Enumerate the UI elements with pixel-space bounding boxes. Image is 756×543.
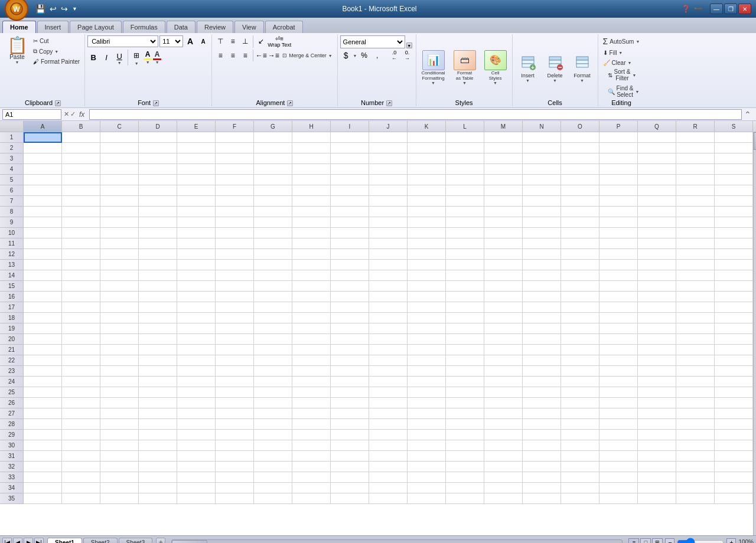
cell-Q11[interactable] (638, 238, 676, 249)
cell-D13[interactable] (139, 260, 177, 270)
cell-D25[interactable] (139, 387, 177, 398)
cell-K18[interactable] (408, 313, 446, 323)
cell-L2[interactable] (446, 143, 484, 153)
cell-O22[interactable] (561, 355, 599, 366)
angle-text-btn[interactable]: ↙ (255, 35, 267, 47)
cell-A21[interactable] (24, 345, 62, 355)
cell-A32[interactable] (24, 462, 62, 472)
row-header-25[interactable]: 25 (0, 387, 24, 398)
cell-J2[interactable] (369, 143, 408, 153)
cell-E27[interactable] (177, 408, 216, 419)
col-header-E[interactable]: E (177, 121, 216, 132)
cell-J6[interactable] (369, 185, 408, 196)
cell-D23[interactable] (139, 366, 177, 377)
cell-L15[interactable] (446, 281, 484, 292)
cell-Q22[interactable] (638, 355, 676, 366)
cell-H2[interactable] (292, 143, 331, 153)
cell-B13[interactable] (62, 260, 100, 270)
number-expand-btn[interactable]: ↗ (386, 100, 392, 106)
cell-E35[interactable] (177, 493, 216, 504)
cell-N10[interactable] (523, 228, 561, 238)
cell-F17[interactable] (216, 302, 254, 313)
cell-P18[interactable] (599, 313, 638, 323)
cell-I6[interactable] (331, 185, 369, 196)
cell-B30[interactable] (62, 440, 100, 451)
tab-data[interactable]: Data (167, 21, 195, 33)
cell-A8[interactable] (24, 207, 62, 217)
col-header-L[interactable]: L (446, 121, 484, 132)
cell-G23[interactable] (254, 366, 292, 377)
cell-H4[interactable] (292, 164, 331, 175)
cell-M31[interactable] (484, 451, 523, 462)
cell-S9[interactable] (715, 217, 753, 228)
cell-Q28[interactable] (638, 419, 676, 430)
cell-K28[interactable] (408, 419, 446, 430)
fill-button[interactable]: ⬇ Fill ▼ (601, 48, 625, 57)
cell-C27[interactable] (100, 408, 139, 419)
cell-L20[interactable] (446, 334, 484, 345)
font-size-select[interactable]: 11 (159, 35, 183, 47)
cell-J7[interactable] (369, 196, 408, 207)
paste-button[interactable]: 📋 Paste ▼ (4, 35, 31, 66)
cell-F34[interactable] (216, 483, 254, 493)
cell-J10[interactable] (369, 228, 408, 238)
cell-E28[interactable] (177, 419, 216, 430)
cell-G31[interactable] (254, 451, 292, 462)
cell-B4[interactable] (62, 164, 100, 175)
cell-P24[interactable] (599, 377, 638, 387)
h-scroll-thumb[interactable] (172, 540, 207, 544)
cell-P20[interactable] (599, 334, 638, 345)
row-header-28[interactable]: 28 (0, 419, 24, 430)
cell-E18[interactable] (177, 313, 216, 323)
cell-B11[interactable] (62, 238, 100, 249)
cell-K29[interactable] (408, 430, 446, 440)
cell-R19[interactable] (676, 323, 715, 334)
cell-A19[interactable] (24, 323, 62, 334)
cell-F24[interactable] (216, 377, 254, 387)
cell-S16[interactable] (715, 292, 753, 302)
cell-A29[interactable] (24, 430, 62, 440)
cell-L6[interactable] (446, 185, 484, 196)
cell-H31[interactable] (292, 451, 331, 462)
cell-P2[interactable] (599, 143, 638, 153)
cell-Q14[interactable] (638, 270, 676, 281)
cell-K19[interactable] (408, 323, 446, 334)
cell-P22[interactable] (599, 355, 638, 366)
cell-G30[interactable] (254, 440, 292, 451)
cell-E14[interactable] (177, 270, 216, 281)
row-header-27[interactable]: 27 (0, 408, 24, 419)
cell-G3[interactable] (254, 153, 292, 164)
comma-button[interactable]: , (372, 50, 383, 61)
cell-R2[interactable] (676, 143, 715, 153)
cell-B21[interactable] (62, 345, 100, 355)
cell-O28[interactable] (561, 419, 599, 430)
cell-N16[interactable] (523, 292, 561, 302)
cell-I10[interactable] (331, 228, 369, 238)
cell-L28[interactable] (446, 419, 484, 430)
cell-O32[interactable] (561, 462, 599, 472)
cell-D18[interactable] (139, 313, 177, 323)
cell-C14[interactable] (100, 270, 139, 281)
cell-N5[interactable] (523, 175, 561, 185)
cell-K22[interactable] (408, 355, 446, 366)
row-header-4[interactable]: 4 (0, 164, 24, 175)
cell-E11[interactable] (177, 238, 216, 249)
cell-H6[interactable] (292, 185, 331, 196)
cell-P35[interactable] (599, 493, 638, 504)
cell-B5[interactable] (62, 175, 100, 185)
cell-M8[interactable] (484, 207, 523, 217)
cell-B33[interactable] (62, 472, 100, 483)
cell-G11[interactable] (254, 238, 292, 249)
col-header-C[interactable]: C (100, 121, 139, 132)
tab-acrobat[interactable]: Acrobat (265, 21, 303, 33)
cell-L31[interactable] (446, 451, 484, 462)
cell-N26[interactable] (523, 398, 561, 408)
cell-Q15[interactable] (638, 281, 676, 292)
cell-A12[interactable] (24, 249, 62, 260)
cell-O15[interactable] (561, 281, 599, 292)
cell-M28[interactable] (484, 419, 523, 430)
cell-F3[interactable] (216, 153, 254, 164)
cell-K5[interactable] (408, 175, 446, 185)
cell-C25[interactable] (100, 387, 139, 398)
cell-J14[interactable] (369, 270, 408, 281)
